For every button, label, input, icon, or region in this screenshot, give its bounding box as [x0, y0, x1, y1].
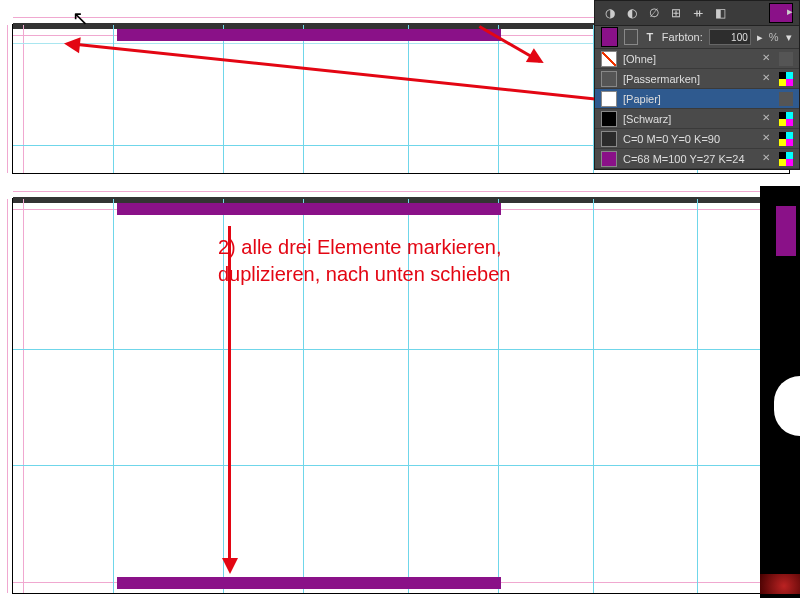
swatch-color: [601, 131, 617, 147]
tab-icon[interactable]: ⊞: [667, 4, 685, 22]
bleed-left: [7, 199, 8, 593]
panel-menu-icon[interactable]: ▸: [787, 5, 797, 17]
margin-left: [23, 199, 24, 593]
swatch-name: [Ohne]: [623, 53, 753, 65]
stroke-swatch-icon[interactable]: [624, 29, 638, 45]
swatch-name: C=68 M=100 Y=27 K=24: [623, 153, 753, 165]
bleed-left: [7, 25, 8, 173]
color-mode-icon: [779, 92, 793, 106]
swatch-name: [Schwarz]: [623, 113, 753, 125]
lock-icon: ✕: [759, 152, 773, 166]
swatch-color: [601, 51, 617, 67]
cursor-icon: ↖: [72, 6, 89, 30]
purple-bar-lower[interactable]: [117, 577, 501, 589]
swatch-name: C=0 M=0 Y=0 K=90: [623, 133, 753, 145]
tab-icon[interactable]: ◑: [601, 4, 619, 22]
guide: [303, 25, 304, 173]
margin-left: [23, 25, 24, 173]
lock-icon: ✕: [759, 72, 773, 86]
swatch-color: [601, 71, 617, 87]
swatch-color: [601, 111, 617, 127]
purple-bar-top[interactable]: [117, 29, 501, 41]
swatch-name: [Papier]: [623, 93, 753, 105]
fill-swatch[interactable]: [601, 27, 618, 47]
tint-input[interactable]: [709, 29, 751, 45]
tint-label: Farbton:: [662, 31, 703, 43]
tab-icon[interactable]: ∅: [645, 4, 663, 22]
swatches-panel[interactable]: ▸ ◑ ◐ ∅ ⊞ ᚑ ◧ T Farbton: ▸ % ▾ [Ohne]✕[P…: [594, 0, 800, 170]
guide: [113, 199, 114, 593]
guide: [697, 199, 698, 593]
purple-bar-upper[interactable]: [117, 203, 501, 215]
tab-icon[interactable]: ᚑ: [689, 4, 707, 22]
lock-icon: ✕: [759, 52, 773, 66]
preview-right: [760, 186, 800, 598]
color-mode-icon: [779, 132, 793, 146]
panel-tabs: ◑ ◐ ∅ ⊞ ᚑ ◧: [595, 1, 799, 26]
tab-icon[interactable]: ◧: [711, 4, 729, 22]
annotation-step2: 2) alle drei Elemente markieren, duplizi…: [218, 234, 598, 288]
canvas: ↖ 1) 2) alle drei Elemente markieren, du…: [0, 0, 800, 600]
color-mode-icon: [779, 72, 793, 86]
tint-row: T Farbton: ▸ % ▾: [595, 26, 799, 49]
swatch-name: [Passermarken]: [623, 73, 753, 85]
tint-arrow-icon[interactable]: ▸: [757, 31, 763, 44]
swatch-row[interactable]: [Ohne]✕: [595, 49, 799, 69]
swatch-row[interactable]: [Papier]: [595, 89, 799, 109]
swatch-row[interactable]: [Schwarz]✕: [595, 109, 799, 129]
tab-icon[interactable]: ◐: [623, 4, 641, 22]
text-fill-icon[interactable]: T: [644, 31, 656, 43]
tint-suffix: %: [769, 31, 779, 43]
swatch-color: [601, 151, 617, 167]
swatch-row[interactable]: [Passermarken]✕: [595, 69, 799, 89]
color-mode-icon: [779, 152, 793, 166]
lock-icon: ✕: [759, 112, 773, 126]
lock-icon: ✕: [759, 132, 773, 146]
bleed-top: [13, 191, 789, 192]
lock-icon: [759, 92, 773, 106]
guide: [223, 25, 224, 173]
guide: [408, 25, 409, 173]
color-mode-icon: [779, 52, 793, 66]
guide: [13, 349, 789, 350]
tint-menu-icon[interactable]: ▾: [785, 31, 793, 44]
swatch-row[interactable]: C=0 M=0 Y=0 K=90✕: [595, 129, 799, 149]
guide: [13, 465, 789, 466]
guide: [498, 25, 499, 173]
swatch-row[interactable]: C=68 M=100 Y=27 K=24✕: [595, 149, 799, 169]
color-mode-icon: [779, 112, 793, 126]
swatch-color: [601, 91, 617, 107]
